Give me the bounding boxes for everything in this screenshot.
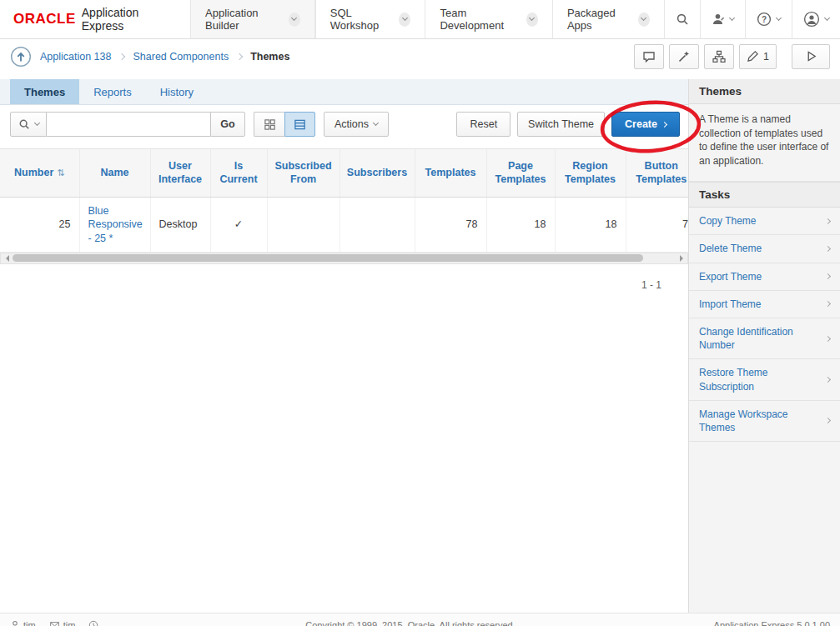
envelope-icon: [49, 620, 60, 626]
oracle-apex-logo[interactable]: ORACLE Application Express: [0, 0, 190, 38]
tab-themes[interactable]: Themes: [10, 79, 79, 104]
footer-session: [88, 620, 98, 626]
chevron-right-icon: [825, 301, 831, 307]
pencil-icon: [747, 50, 759, 63]
top-tab-label: Packaged Apps: [567, 7, 631, 32]
task-label: Import Theme: [699, 298, 761, 311]
scrollbar-thumb[interactable]: [13, 254, 643, 262]
search-icon: [676, 13, 689, 26]
comments-button[interactable]: [634, 44, 664, 69]
breadcrumb-shared-components[interactable]: Shared Components: [133, 51, 229, 63]
report-view-button[interactable]: [284, 112, 315, 137]
apex-themes-page: ORACLE Application Express Application B…: [0, 0, 840, 626]
page-action-buttons: 1: [634, 44, 830, 69]
up-level-icon[interactable]: [10, 46, 32, 68]
top-tab-packaged-apps[interactable]: Packaged Apps: [552, 0, 664, 38]
column-header-name[interactable]: Name: [79, 149, 150, 198]
top-tab-team-development[interactable]: Team Development: [425, 0, 552, 38]
task-export-theme[interactable]: Export Theme: [689, 263, 840, 291]
task-import-theme[interactable]: Import Theme: [689, 291, 840, 318]
column-header-is-current[interactable]: Is Current: [210, 149, 267, 198]
utilities-button[interactable]: [669, 44, 699, 69]
svg-text:?: ?: [762, 15, 767, 24]
column-header-subscribers[interactable]: Subscribers: [340, 149, 415, 198]
task-manage-workspace-themes[interactable]: Manage Workspace Themes: [689, 401, 840, 442]
top-tab-label: SQL Workshop: [330, 7, 391, 32]
chevron-right-icon: [825, 377, 831, 383]
search-column-selector[interactable]: [10, 112, 47, 137]
icon-view-button[interactable]: [254, 112, 284, 137]
themes-table: Number⇅ Name User Interface Is Current S…: [0, 148, 688, 253]
scroll-left-arrow[interactable]: [1, 253, 13, 263]
chevron-down-icon[interactable]: [289, 13, 300, 27]
edit-page-button[interactable]: 1: [739, 44, 777, 69]
oracle-brand: ORACLE: [13, 11, 76, 28]
breadcrumb-bar: Application 138 Shared Components Themes…: [0, 39, 840, 73]
create-label: Create: [625, 118, 657, 130]
cell-is-current: ✓: [210, 198, 267, 253]
theme-name-link[interactable]: Blue Responsive - 25 *: [88, 205, 143, 244]
themes-report: Number⇅ Name User Interface Is Current S…: [0, 148, 688, 291]
sidebar-tasks-title: Tasks: [689, 182, 840, 208]
column-header-region-templates[interactable]: Region Templates: [555, 149, 626, 198]
cell-number: 25: [0, 198, 79, 253]
chevron-down-icon[interactable]: [638, 13, 650, 27]
scroll-right-arrow[interactable]: [676, 253, 687, 263]
task-label: Delete Theme: [699, 242, 762, 255]
create-button[interactable]: Create: [611, 112, 680, 137]
report-view-icon: [294, 118, 306, 131]
task-label: Copy Theme: [699, 214, 756, 228]
table-header-row: Number⇅ Name User Interface Is Current S…: [0, 149, 688, 198]
chevron-right-icon: [661, 121, 667, 127]
cell-subscribers: [340, 198, 415, 253]
search-button[interactable]: [664, 0, 700, 38]
column-header-page-templates[interactable]: Page Templates: [486, 149, 555, 198]
top-tab-sql-workshop[interactable]: SQL Workshop: [315, 0, 425, 38]
column-header-number[interactable]: Number⇅: [0, 149, 79, 198]
task-restore-theme-subscription[interactable]: Restore Theme Subscription: [689, 359, 840, 400]
magic-wand-icon: [677, 50, 691, 63]
tab-label: History: [160, 86, 194, 98]
go-button[interactable]: Go: [210, 112, 245, 137]
column-header-subscribed-from[interactable]: Subscribed From: [267, 149, 340, 198]
chevron-down-icon[interactable]: [399, 13, 410, 27]
task-delete-theme[interactable]: Delete Theme: [689, 235, 840, 263]
chevron-right-icon: [825, 418, 831, 423]
help-menu-button[interactable]: ?: [745, 0, 792, 38]
search-group: Go: [10, 112, 245, 137]
main-region: Themes Reports History Go: [0, 73, 688, 613]
sidebar-about-title: Themes: [689, 79, 840, 104]
column-header-templates[interactable]: Templates: [415, 149, 486, 198]
task-change-identification-number[interactable]: Change Identification Number: [689, 318, 840, 359]
top-bar: ORACLE Application Express Application B…: [0, 0, 840, 39]
chevron-right-icon: [825, 336, 831, 342]
footer-version: Application Express 5.0.1.00: [714, 620, 830, 626]
top-tab-application-builder[interactable]: Application Builder: [190, 0, 315, 38]
tab-reports[interactable]: Reports: [79, 79, 146, 104]
admin-menu-button[interactable]: [700, 0, 745, 38]
search-input[interactable]: [47, 112, 210, 137]
reset-button[interactable]: Reset: [456, 112, 511, 137]
task-copy-theme[interactable]: Copy Theme: [689, 208, 840, 235]
footer-workspace: tim: [49, 620, 76, 626]
tasks-list: Copy Theme Delete Theme Export Theme Imp…: [689, 208, 840, 442]
sort-icon[interactable]: ⇅: [57, 168, 64, 178]
actions-label: Actions: [334, 118, 369, 130]
tab-history[interactable]: History: [146, 79, 208, 104]
horizontal-scrollbar[interactable]: [0, 253, 688, 264]
account-menu-button[interactable]: [792, 0, 840, 38]
footer-user: tim: [10, 620, 36, 626]
top-utility-icons: ?: [664, 0, 840, 38]
run-page-button[interactable]: [792, 44, 830, 69]
user-icon: [10, 620, 20, 626]
switch-theme-button[interactable]: Switch Theme: [517, 112, 605, 137]
search-icon: [18, 118, 30, 130]
breadcrumb-current: Themes: [250, 51, 289, 63]
breadcrumb-application[interactable]: Application 138: [40, 51, 111, 63]
actions-menu-button[interactable]: Actions: [324, 112, 389, 137]
chevron-down-icon[interactable]: [526, 13, 538, 27]
column-header-button-templates[interactable]: Button Templates: [626, 149, 688, 198]
shared-components-button[interactable]: [704, 44, 734, 69]
chevron-down-icon: [824, 15, 830, 21]
column-header-user-interface[interactable]: User Interface: [150, 149, 210, 198]
